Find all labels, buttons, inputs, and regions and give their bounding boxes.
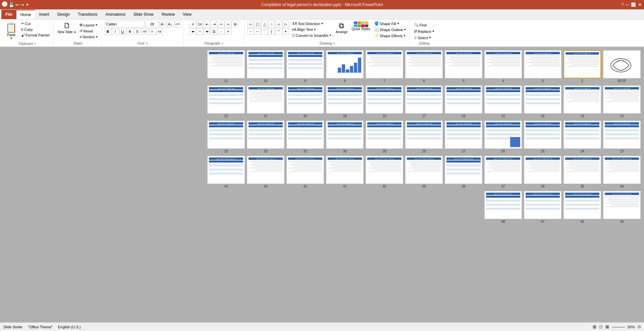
slide-item-30[interactable]: تکمیل اظهارنامه انتخابی حقوقی 30	[326, 121, 364, 153]
clear-format-btn[interactable]: A✕	[174, 21, 181, 27]
slide-item-2[interactable]: تکمیل اظهارنامه انتخابی حقوقی 2	[564, 50, 601, 83]
shape-para-btn[interactable]: ▱	[275, 21, 282, 27]
font-color-btn[interactable]: A	[149, 28, 156, 35]
increase-indent-btn[interactable]: ⇥	[211, 21, 217, 27]
slide-sorter-btn[interactable]: ⊟	[599, 324, 603, 329]
clipboard-dialog-icon[interactable]: ↗	[34, 42, 36, 46]
slide-item-47[interactable]: نحوه تکمیل اقرارنامه انتخابی حقوقی 47	[524, 191, 561, 223]
shape-arrow-btn[interactable]: →	[247, 28, 254, 35]
qat-customize-btn[interactable]: ▼	[25, 3, 29, 7]
slide-item-17[interactable]: تکمیل اظهارنامه انتخابی حقوقی 17	[405, 85, 443, 118]
line-spacing-btn[interactable]: ↕	[218, 28, 224, 35]
slide-item-19[interactable]: تکمیل اظهارنامه انتخابی حقوقی 19	[326, 85, 364, 118]
tab-file[interactable]: File	[1, 10, 16, 19]
fit-slide-btn[interactable]: ⊡	[638, 325, 641, 329]
shape-tri-btn[interactable]: △	[261, 21, 268, 27]
slide-item-44[interactable]: نحوه تکمیل اقرارنامه انتخابی حقوقی 44	[207, 156, 245, 188]
slide-item-36[interactable]: نحوه تکمیل اظهارنامه انتخابی حقوقی 36	[524, 156, 561, 188]
quick-styles-button[interactable]: Quick Styles	[350, 21, 372, 31]
slide-item-7[interactable]: تکمیل اظهارنامه انتخابی حقوقی 7	[366, 50, 403, 83]
slide-item-27[interactable]: تکمیل اظهارنامه انتخابی حقوقی 27	[445, 121, 482, 153]
shape-brace-btn[interactable]: ⌃	[275, 28, 282, 35]
shape-effects-button[interactable]: ✨ Shape Effects ▼	[373, 33, 408, 39]
find-button[interactable]: 🔍 Find	[413, 22, 428, 28]
slide-item-13[interactable]: تکمیل اظهارنامه انتخابی حقوقی 13	[564, 85, 601, 118]
slide-item-25[interactable]: تکمیل اظهارنامه انتخابی حقوقی 25	[524, 121, 561, 153]
close-btn[interactable]: ✕	[638, 2, 642, 7]
replace-button[interactable]: ⇄ Replace ▼	[413, 28, 436, 34]
slide-sorter-view-label[interactable]: Slide Sorter	[3, 325, 22, 329]
align-text-button[interactable]: ≡A Align Text ▼	[290, 27, 333, 32]
format-painter-button[interactable]: 🖌 Format Painter	[20, 32, 51, 38]
slide-item-29[interactable]: تکمیل اظهارنامه انتخابی حقوقی 29	[366, 121, 403, 153]
help-icon[interactable]: ?	[621, 2, 624, 7]
slide-item-9[interactable]: تکمیل اظهارنامه انتخابی حقوقی 9	[286, 50, 324, 83]
qat-undo-btn[interactable]: ↩	[15, 2, 19, 7]
slide-item-1[interactable]: 00:05	[603, 50, 641, 83]
shape-fill-button[interactable]: 🪣 Shape Fill ▼	[373, 21, 408, 26]
slide-item-23[interactable]: تکمیل اظهارنامه انتخابی حقوقی 23	[603, 121, 641, 153]
align-left-btn[interactable]: ⬅	[190, 28, 196, 35]
tab-slideshow[interactable]: Slide Show	[129, 10, 158, 19]
slide-item-4[interactable]: تکمیل اظهارنامه انتخابی حقوقی 4	[484, 50, 522, 83]
tab-review[interactable]: Review	[158, 10, 179, 19]
rtl-btn[interactable]: ⇦	[218, 21, 224, 27]
tab-transitions[interactable]: Transitions	[74, 10, 101, 19]
case-btn[interactable]: Aa	[156, 28, 163, 35]
align-center-btn[interactable]: ↔	[197, 28, 203, 35]
slide-item-24[interactable]: تکمیل اظهارنامه انتخابی حقوقی 24	[564, 121, 601, 153]
slide-item-40[interactable]: نحوه تکمیل اقرارنامه انتخابی حقوقی 40	[366, 156, 403, 188]
slide-item-5[interactable]: تکمیل اظهارنامه انتخابی حقوقی 5	[445, 50, 482, 83]
justify-btn[interactable]: ☰	[211, 28, 217, 35]
tab-home[interactable]: Home	[16, 10, 35, 19]
qat-redo-btn[interactable]: ↪	[20, 2, 24, 7]
slide-item-14[interactable]: تکمیل اظهارنامه انتخابی حقوقی 14	[524, 85, 561, 118]
font-size-input[interactable]	[146, 21, 159, 27]
slide-item-33[interactable]: تکمیل اظهارنامه انتخابی حقوقی 33	[207, 121, 245, 153]
slide-item-21[interactable]: تکمیل اظهارنامه انتخابی حقوقی 21	[247, 85, 284, 118]
shape-circ-btn[interactable]: ○	[268, 21, 275, 27]
bullets-btn[interactable]: ≡	[190, 21, 196, 27]
col-btn[interactable]: ▤	[232, 21, 238, 27]
slide-item-28[interactable]: تکمیل اظهارنامه انتخابی حقوقی 28	[405, 121, 443, 153]
reading-view-btn[interactable]: ⊠	[605, 324, 609, 329]
decrease-indent-btn[interactable]: ⇤	[204, 21, 210, 27]
minimize-btn[interactable]: ─	[626, 2, 629, 7]
slide-item-41[interactable]: نحوه تکمیل اقرارنامه انتخابی حقوقی 41	[326, 156, 364, 188]
arrange-button[interactable]: ⧉ Arrange	[334, 21, 349, 35]
shapes-scroll-btn[interactable]: ▼	[282, 28, 289, 35]
section-button[interactable]: ≡ Section ▼	[78, 34, 99, 40]
slide-item-38[interactable]: نحوه تکمیل اظهارنامه انتخابی حقوقی 38	[445, 156, 482, 188]
slide-item-10[interactable]: تکمیل اظهارنامه انتخابی حقوقی 10	[247, 50, 284, 83]
slide-item-37[interactable]: نحوه تکمیل اظهارنامه انتخابی حقوقی 37	[484, 156, 522, 188]
slide-item-34[interactable]: نحوه تکمیل اظهارنامه انتخابی حقوقی 34	[603, 156, 641, 188]
shadow-btn[interactable]: S	[134, 28, 141, 35]
slide-item-6[interactable]: تکمیل اظهارنامه انتخابی حقوقی 6	[405, 50, 443, 83]
slide-item-22[interactable]: تکمیل اظهارنامه انتخابی حقوقی 22	[207, 85, 245, 118]
slide-item-45[interactable]: نحوه تکمیل اقرارنامه انتخابی حقوقی 45	[603, 191, 641, 223]
shape-dbl-btn[interactable]: ↔	[254, 28, 261, 35]
drawing-dialog-icon[interactable]: ↗	[332, 42, 335, 45]
tab-insert[interactable]: Insert	[35, 10, 53, 19]
paste-button[interactable]: 📋 Paste ▼	[3, 21, 19, 41]
slide-item-35[interactable]: نحوه تکمیل اظهارنامه انتخابی حقوقی 35	[564, 156, 601, 188]
slide-item-11[interactable]: تکمیل اظهارنامه انتخابی حقوقی 11	[207, 50, 245, 83]
slide-item-42[interactable]: نحوه تکمیل اقرارنامه انتخابی حقوقی 42	[286, 156, 324, 188]
slide-panel[interactable]: تکمیل اظهارنامه انتخابی حقوقی 11 تکمیل ا…	[0, 47, 644, 322]
numbering-btn[interactable]: 1≡	[197, 21, 203, 27]
bold-btn[interactable]: B	[105, 28, 111, 35]
shape-more-btn[interactable]: ▷	[282, 21, 289, 27]
copy-button[interactable]: ⎘ Copy	[20, 27, 51, 32]
shape-rect-btn[interactable]: ▭	[247, 21, 254, 27]
align-right-btn[interactable]: ➡	[204, 28, 210, 35]
spacing-btn[interactable]: AV	[142, 28, 148, 35]
slide-item-46[interactable]: نحوه تکمیل اقرارنامه انتخابی حقوقی 46	[564, 191, 601, 223]
font-name-input[interactable]	[105, 21, 145, 27]
qat-save-btn[interactable]: 💾	[9, 2, 14, 7]
slide-item-32[interactable]: تکمیل اظهارنامه انتخابی حقوقی 32	[247, 121, 284, 153]
normal-view-btn[interactable]: ⊞	[593, 324, 596, 329]
slide-item-39[interactable]: نحوه تکمیل اقرارنامه انتخابی حقوقی 39	[405, 156, 443, 188]
slide-item-31[interactable]: تکمیل اظهارنامه انتخابی حقوقی 31	[286, 121, 324, 153]
smart-art-btn[interactable]: ♦	[225, 28, 231, 35]
slide-item-26[interactable]: تکمیل اظهارنامه انتخابی حقوقی 26	[484, 121, 522, 153]
